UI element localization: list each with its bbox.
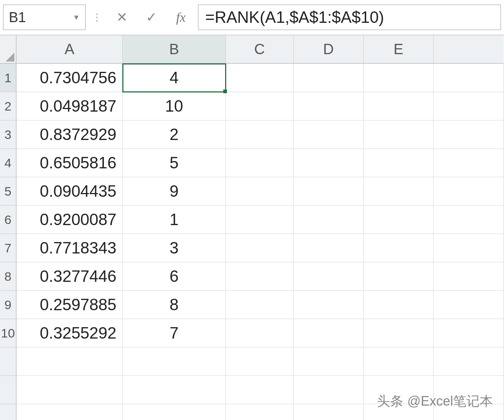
cell-f12[interactable] — [434, 376, 504, 404]
column-header-a[interactable]: A — [17, 35, 123, 64]
row-header-12[interactable] — [0, 376, 17, 404]
cell-c12[interactable] — [226, 376, 294, 404]
cell-f8[interactable] — [434, 262, 504, 291]
row-header-13[interactable] — [0, 404, 17, 420]
cell-e13[interactable] — [364, 404, 434, 420]
cell-c2[interactable] — [226, 92, 294, 120]
row-header-7[interactable]: 7 — [0, 234, 17, 262]
cell-a8[interactable]: 0.3277446 — [17, 262, 123, 291]
cell-b3[interactable]: 2 — [123, 120, 226, 149]
row-header-10[interactable]: 10 — [0, 319, 17, 347]
cell-c1[interactable] — [226, 64, 294, 92]
cell-f9[interactable] — [434, 291, 504, 319]
cell-c9[interactable] — [226, 291, 294, 319]
cell-a13[interactable] — [17, 404, 123, 420]
cell-f10[interactable] — [434, 319, 504, 347]
cell-d1[interactable] — [294, 64, 364, 92]
cell-b2[interactable]: 10 — [123, 92, 226, 120]
cell-d13[interactable] — [294, 404, 364, 420]
cell-e1[interactable] — [364, 64, 434, 92]
cell-a5[interactable]: 0.0904435 — [17, 177, 123, 206]
row-header-8[interactable]: 8 — [0, 262, 17, 291]
cell-d5[interactable] — [294, 177, 364, 206]
cell-b11[interactable] — [123, 347, 226, 376]
cell-a9[interactable]: 0.2597885 — [17, 291, 123, 319]
cell-c3[interactable] — [226, 120, 294, 149]
cell-b10[interactable]: 7 — [123, 319, 226, 347]
row-header-2[interactable]: 2 — [0, 92, 17, 120]
cell-d10[interactable] — [294, 319, 364, 347]
column-header-blank[interactable] — [434, 35, 504, 64]
cell-a2[interactable]: 0.0498187 — [17, 92, 123, 120]
enter-button[interactable]: ✓ — [139, 4, 164, 30]
cell-c8[interactable] — [226, 262, 294, 291]
cell-f11[interactable] — [434, 347, 504, 376]
cell-c13[interactable] — [226, 404, 294, 420]
cell-e6[interactable] — [364, 206, 434, 234]
cell-b4[interactable]: 5 — [123, 149, 226, 177]
cell-c11[interactable] — [226, 347, 294, 376]
cell-e3[interactable] — [364, 120, 434, 149]
cell-e7[interactable] — [364, 234, 434, 262]
cell-b13[interactable] — [123, 404, 226, 420]
formula-input[interactable]: =RANK(A1,$A$1:$A$10) — [198, 4, 501, 30]
cell-f6[interactable] — [434, 206, 504, 234]
cell-f13[interactable] — [434, 404, 504, 420]
cell-d7[interactable] — [294, 234, 364, 262]
name-box[interactable]: B1 ▼ — [3, 4, 86, 30]
cell-b9[interactable]: 8 — [123, 291, 226, 319]
cell-e12[interactable] — [364, 376, 434, 404]
cell-c10[interactable] — [226, 319, 294, 347]
cell-f4[interactable] — [434, 149, 504, 177]
column-header-c[interactable]: C — [226, 35, 294, 64]
cell-c7[interactable] — [226, 234, 294, 262]
cell-a4[interactable]: 0.6505816 — [17, 149, 123, 177]
row-header-11[interactable] — [0, 347, 17, 376]
cell-d3[interactable] — [294, 120, 364, 149]
column-header-b[interactable]: B — [123, 35, 226, 64]
cell-e2[interactable] — [364, 92, 434, 120]
cancel-button[interactable]: ✕ — [109, 4, 134, 30]
cell-a6[interactable]: 0.9200087 — [17, 206, 123, 234]
row-header-3[interactable]: 3 — [0, 120, 17, 149]
cell-c5[interactable] — [226, 177, 294, 206]
cell-e11[interactable] — [364, 347, 434, 376]
cell-c6[interactable] — [226, 206, 294, 234]
cell-f5[interactable] — [434, 177, 504, 206]
cell-f2[interactable] — [434, 92, 504, 120]
row-header-5[interactable]: 5 — [0, 177, 17, 206]
cell-a11[interactable] — [17, 347, 123, 376]
cell-b7[interactable]: 3 — [123, 234, 226, 262]
cell-a1[interactable]: 0.7304756 — [17, 64, 123, 92]
cell-f3[interactable] — [434, 120, 504, 149]
cell-b6[interactable]: 1 — [123, 206, 226, 234]
cell-d12[interactable] — [294, 376, 364, 404]
cell-f7[interactable] — [434, 234, 504, 262]
cell-b1[interactable]: 4 — [123, 64, 226, 92]
cell-f1[interactable] — [434, 64, 504, 92]
row-header-6[interactable]: 6 — [0, 206, 17, 234]
cell-c4[interactable] — [226, 149, 294, 177]
cell-e4[interactable] — [364, 149, 434, 177]
row-header-4[interactable]: 4 — [0, 149, 17, 177]
cell-d8[interactable] — [294, 262, 364, 291]
cell-d9[interactable] — [294, 291, 364, 319]
cell-d4[interactable] — [294, 149, 364, 177]
cell-a10[interactable]: 0.3255292 — [17, 319, 123, 347]
column-header-d[interactable]: D — [294, 35, 364, 64]
cell-e10[interactable] — [364, 319, 434, 347]
column-header-e[interactable]: E — [364, 35, 434, 64]
cell-a3[interactable]: 0.8372929 — [17, 120, 123, 149]
cell-d6[interactable] — [294, 206, 364, 234]
cell-d2[interactable] — [294, 92, 364, 120]
select-all-corner[interactable] — [0, 35, 17, 64]
cell-b12[interactable] — [123, 376, 226, 404]
chevron-down-icon[interactable]: ▼ — [73, 13, 80, 22]
cell-a7[interactable]: 0.7718343 — [17, 234, 123, 262]
insert-function-button[interactable]: fx — [168, 4, 193, 30]
row-header-1[interactable]: 1 — [0, 64, 17, 92]
row-header-9[interactable]: 9 — [0, 291, 17, 319]
cell-b5[interactable]: 9 — [123, 177, 226, 206]
cell-a12[interactable] — [17, 376, 123, 404]
cell-e8[interactable] — [364, 262, 434, 291]
